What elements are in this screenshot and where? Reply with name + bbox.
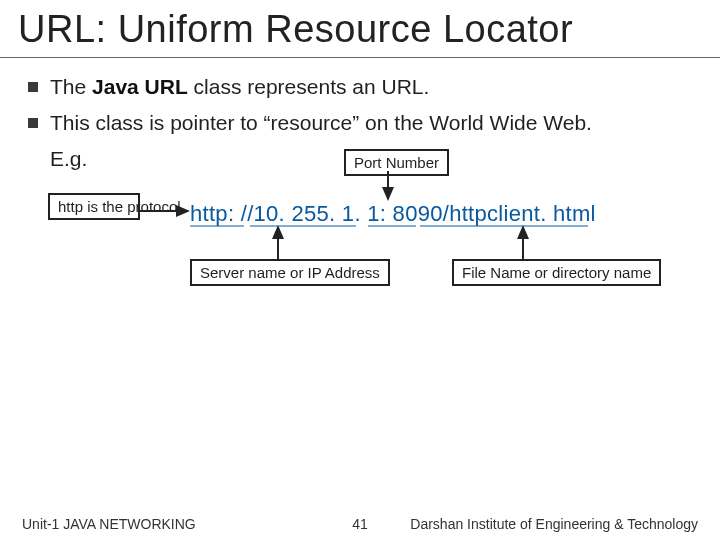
url-diagram: http is the protocol. Port Number Server… <box>28 171 700 351</box>
arrows <box>28 171 720 351</box>
bullet-1: The Java URL class represents an URL. <box>28 74 700 100</box>
bullet-2-text: This class is pointer to “resource” on t… <box>50 110 700 136</box>
bullet-square-icon <box>28 118 38 128</box>
bullet-1-text: The Java URL class represents an URL. <box>50 74 700 100</box>
footer-right: Darshan Institute of Engineering & Techn… <box>410 516 698 532</box>
bullet-2: This class is pointer to “resource” on t… <box>28 110 700 136</box>
footer: Unit-1 JAVA NETWORKING 41 Darshan Instit… <box>0 516 720 532</box>
footer-left: Unit-1 JAVA NETWORKING <box>22 516 196 532</box>
bullet-square-icon <box>28 82 38 92</box>
footer-page: 41 <box>352 516 368 532</box>
slide-title: URL: Uniform Resource Locator <box>0 0 720 58</box>
